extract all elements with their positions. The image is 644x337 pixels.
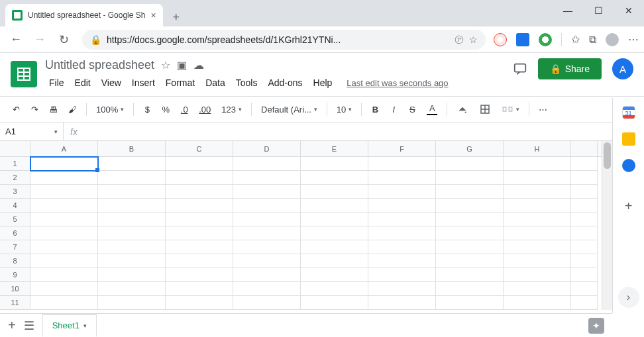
print-button[interactable]: 🖶 [45,101,62,118]
increase-decimal-button[interactable]: .00 [195,101,215,118]
vertical-scroll-thumb[interactable] [604,142,611,169]
cell[interactable] [436,171,504,185]
cell[interactable] [301,254,368,268]
cell[interactable] [571,296,598,310]
paint-format-button[interactable]: 🖌 [64,101,81,118]
cell[interactable] [233,296,301,310]
cell[interactable] [30,240,98,254]
cell[interactable] [233,171,301,185]
cell[interactable] [233,199,301,213]
row-header[interactable]: 4 [0,199,30,213]
cell[interactable] [30,296,98,310]
sheets-logo[interactable] [11,61,37,87]
row-header[interactable]: 7 [0,240,30,254]
cell[interactable] [571,171,598,185]
close-tab-icon[interactable]: × [150,10,156,21]
cell[interactable] [233,157,301,171]
close-window-button[interactable]: ✕ [614,0,644,21]
merge-button[interactable] [498,101,523,118]
col-header-b[interactable]: B [98,141,166,156]
cell[interactable] [504,268,571,282]
cell[interactable] [368,171,436,185]
cell[interactable] [301,171,368,185]
cell[interactable] [233,282,301,296]
favorites-icon[interactable]: ✩ [571,33,580,46]
cell[interactable] [233,226,301,240]
cell[interactable] [98,185,166,199]
menu-tools[interactable]: Tools [232,75,262,91]
cell[interactable] [30,226,98,240]
cell[interactable] [368,268,436,282]
menu-data[interactable]: Data [201,75,229,91]
overflow-menu-icon[interactable]: ⋯ [628,33,639,46]
ext-icon-2[interactable] [516,33,529,46]
url-input[interactable]: 🔒 https://docs.google.com/spreadsheets/d… [82,30,486,50]
formula-input[interactable] [84,122,644,140]
col-header-extra[interactable] [571,141,598,156]
cell[interactable] [98,213,166,226]
cell[interactable] [30,171,98,185]
cell[interactable] [504,157,571,171]
cell[interactable] [166,213,233,226]
cell[interactable] [504,282,571,296]
cell[interactable] [30,213,98,226]
cell[interactable] [368,185,436,199]
cell[interactable] [368,240,436,254]
cell[interactable] [30,185,98,199]
add-sheet-button[interactable]: + [8,318,16,333]
back-button[interactable]: ← [5,29,27,50]
cell[interactable] [166,226,233,240]
cell[interactable] [571,199,598,213]
cell[interactable] [233,240,301,254]
cell[interactable] [98,157,166,171]
cell[interactable] [504,199,571,213]
name-box[interactable]: A1 [0,122,64,140]
cell[interactable] [166,254,233,268]
cloud-icon[interactable]: ☁ [193,59,204,72]
cell[interactable] [98,226,166,240]
cell[interactable] [98,254,166,268]
cell[interactable] [571,282,598,296]
cell[interactable] [436,240,504,254]
cell[interactable] [368,157,436,171]
number-format-dropdown[interactable]: 123 [217,102,246,117]
cell[interactable] [504,213,571,226]
cell[interactable] [504,240,571,254]
cell[interactable] [436,296,504,310]
cell[interactable] [166,171,233,185]
cell[interactable] [571,157,598,171]
cell[interactable] [436,226,504,240]
borders-button[interactable] [475,101,495,118]
cell[interactable] [233,254,301,268]
cell[interactable] [368,282,436,296]
cell[interactable] [368,199,436,213]
row-header[interactable]: 3 [0,185,30,199]
row-header[interactable]: 2 [0,171,30,185]
row-header[interactable]: 8 [0,254,30,268]
fill-color-button[interactable] [453,101,472,118]
collapse-side-panel-button[interactable]: › [618,287,639,308]
profile-icon[interactable] [606,33,619,46]
browser-tab[interactable]: Untitled spreadsheet - Google Sh × [5,4,163,26]
font-dropdown[interactable]: Default (Ari... [257,102,321,117]
cell[interactable] [301,213,368,226]
cell[interactable] [504,171,571,185]
cell[interactable] [301,185,368,199]
cell[interactable] [233,268,301,282]
cell[interactable] [233,185,301,199]
cell[interactable] [166,199,233,213]
cell[interactable] [368,213,436,226]
cell[interactable] [436,199,504,213]
col-header-h[interactable]: H [504,141,571,156]
ext-icon-3[interactable] [539,33,552,46]
cell[interactable] [98,240,166,254]
cell[interactable] [301,199,368,213]
share-button[interactable]: 🔒 Share [538,58,602,79]
calendar-icon[interactable]: 31 [622,106,635,119]
redo-button[interactable]: ↷ [27,101,42,118]
bold-button[interactable]: B [367,101,383,118]
menu-insert[interactable]: Insert [128,75,159,91]
document-title[interactable]: Untitled spreadsheet [45,58,154,72]
maximize-button[interactable]: ☐ [583,0,614,21]
currency-button[interactable]: $ [139,101,155,118]
